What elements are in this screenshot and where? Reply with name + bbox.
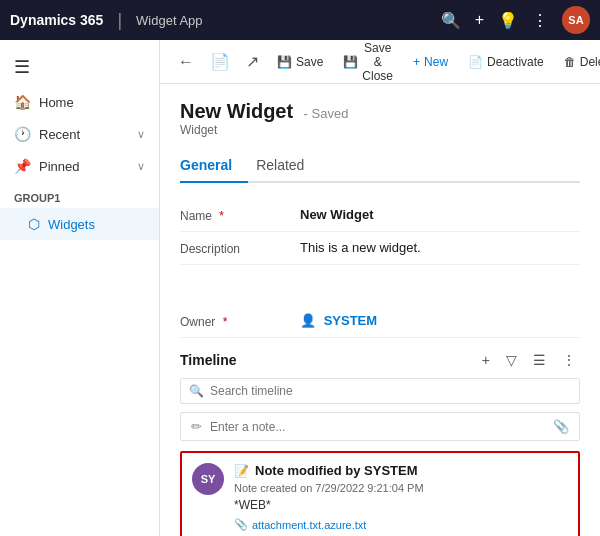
save-close-icon: 💾 — [343, 55, 358, 69]
more-nav-button[interactable]: ⋮ — [532, 11, 548, 30]
timeline-list-button[interactable]: ☰ — [529, 350, 550, 370]
timeline-add-button[interactable]: + — [478, 350, 494, 370]
recent-icon: 🕐 — [14, 126, 31, 142]
deactivate-label: Deactivate — [487, 55, 544, 69]
page-button[interactable]: 📄 — [204, 48, 236, 75]
delete-button[interactable]: 🗑 Delete — [556, 50, 600, 74]
brand-name: Dynamics 365 — [10, 12, 103, 28]
form-area: New Widget - Saved Widget General Relate… — [160, 84, 600, 536]
sidebar-item-widgets-label: Widgets — [48, 217, 95, 232]
timeline-section: Timeline + ▽ ☰ ⋮ 🔍 ✏ 📎 — [180, 350, 580, 536]
sidebar: ☰ 🏠 Home 🕐 Recent ∨ 📌 Pinned ∨ Group1 ⬡ … — [0, 40, 160, 536]
search-icon: 🔍 — [189, 384, 204, 398]
main-content: ← 📄 ↗ 💾 Save 💾 Save & Close + New 📄 Deac… — [160, 40, 600, 536]
name-value[interactable]: New Widget — [300, 207, 580, 222]
sidebar-group-label: Group1 — [0, 182, 159, 208]
save-close-button[interactable]: 💾 Save & Close — [335, 40, 401, 88]
card-text: *WEB* — [234, 498, 568, 512]
sidebar-item-widgets[interactable]: ⬡ Widgets — [0, 208, 159, 240]
sidebar-item-pinned[interactable]: 📌 Pinned ∨ — [0, 150, 159, 182]
save-label: Save — [296, 55, 323, 69]
recent-chevron-icon: ∨ — [137, 128, 145, 141]
nav-icons: 🔍 + 💡 ⋮ SA — [441, 6, 590, 34]
timeline-header: Timeline + ▽ ☰ ⋮ — [180, 350, 580, 370]
delete-icon: 🗑 — [564, 55, 576, 69]
name-label: Name * — [180, 207, 300, 223]
form-title: New Widget — [180, 100, 293, 122]
nav-divider: | — [117, 10, 122, 31]
save-icon: 💾 — [277, 55, 292, 69]
sidebar-item-home[interactable]: 🏠 Home — [0, 86, 159, 118]
description-field-row: Description This is a new widget. — [180, 232, 580, 265]
sidebar-item-pinned-label: Pinned — [39, 159, 79, 174]
name-field-row: Name * New Widget — [180, 199, 580, 232]
card-meta: Note created on 7/29/2022 9:21:04 PM — [234, 482, 568, 494]
owner-person-icon: 👤 — [300, 313, 316, 328]
sidebar-item-recent[interactable]: 🕐 Recent ∨ — [0, 118, 159, 150]
timeline-filter-button[interactable]: ▽ — [502, 350, 521, 370]
lightbulb-nav-button[interactable]: 💡 — [498, 11, 518, 30]
owner-name: SYSTEM — [324, 313, 377, 328]
search-nav-button[interactable]: 🔍 — [441, 11, 461, 30]
timeline-search: 🔍 — [180, 378, 580, 404]
description-value[interactable]: This is a new widget. — [300, 240, 580, 255]
app-layout: ☰ 🏠 Home 🕐 Recent ∨ 📌 Pinned ∨ Group1 ⬡ … — [0, 40, 600, 536]
share-button[interactable]: ↗ — [240, 48, 265, 75]
save-button[interactable]: 💾 Save — [269, 50, 331, 74]
new-icon: + — [413, 55, 420, 69]
home-icon: 🏠 — [14, 94, 31, 110]
card-note-icon: 📝 — [234, 464, 249, 478]
app-name: Widget App — [136, 13, 203, 28]
back-button[interactable]: ← — [172, 49, 200, 75]
deactivate-icon: 📄 — [468, 55, 483, 69]
tab-general[interactable]: General — [180, 149, 248, 183]
pinned-icon: 📌 — [14, 158, 31, 174]
sidebar-menu-icon[interactable]: ☰ — [0, 48, 159, 86]
save-close-label: Save & Close — [362, 41, 393, 83]
card-avatar: SY — [192, 463, 224, 495]
widgets-icon: ⬡ — [28, 216, 40, 232]
timeline-actions: + ▽ ☰ ⋮ — [478, 350, 580, 370]
name-required: * — [219, 209, 224, 223]
card-attach-icon: 📎 — [234, 518, 248, 531]
card-attachment-name: attachment.txt.azure.txt — [252, 519, 366, 531]
new-label: New — [424, 55, 448, 69]
owner-label: Owner * — [180, 313, 300, 329]
card-title: Note modified by SYSTEM — [255, 463, 418, 478]
owner-required: * — [223, 315, 228, 329]
deactivate-button[interactable]: 📄 Deactivate — [460, 50, 552, 74]
user-avatar[interactable]: SA — [562, 6, 590, 34]
pencil-icon: ✏ — [191, 419, 202, 434]
card-title-row: 📝 Note modified by SYSTEM — [234, 463, 568, 478]
note-input[interactable] — [210, 420, 545, 434]
top-nav: Dynamics 365 | Widget App 🔍 + 💡 ⋮ SA — [0, 0, 600, 40]
add-nav-button[interactable]: + — [475, 11, 484, 29]
note-input-row: ✏ 📎 — [180, 412, 580, 441]
timeline-card: SY 📝 Note modified by SYSTEM Note create… — [180, 451, 580, 536]
description-label: Description — [180, 240, 300, 256]
delete-label: Delete — [580, 55, 600, 69]
tabs: General Related — [180, 149, 580, 183]
command-bar: ← 📄 ↗ 💾 Save 💾 Save & Close + New 📄 Deac… — [160, 40, 600, 84]
form-subtitle: Widget — [180, 123, 580, 137]
form-title-row: New Widget - Saved — [180, 100, 580, 123]
sidebar-item-home-label: Home — [39, 95, 74, 110]
sidebar-item-recent-label: Recent — [39, 127, 80, 142]
tab-related[interactable]: Related — [256, 149, 320, 183]
owner-field-row: Owner * 👤 SYSTEM — [180, 305, 580, 338]
timeline-search-input[interactable] — [210, 384, 571, 398]
timeline-more-button[interactable]: ⋮ — [558, 350, 580, 370]
owner-value[interactable]: 👤 SYSTEM — [300, 313, 580, 328]
form-saved-indicator: - Saved — [304, 106, 349, 121]
nav-brand: Dynamics 365 | Widget App — [10, 10, 203, 31]
pinned-chevron-icon: ∨ — [137, 160, 145, 173]
timeline-title: Timeline — [180, 352, 478, 368]
new-button[interactable]: + New — [405, 50, 456, 74]
card-body: 📝 Note modified by SYSTEM Note created o… — [234, 463, 568, 531]
attach-icon[interactable]: 📎 — [553, 419, 569, 434]
card-attachment[interactable]: 📎 attachment.txt.azure.txt — [234, 518, 568, 531]
